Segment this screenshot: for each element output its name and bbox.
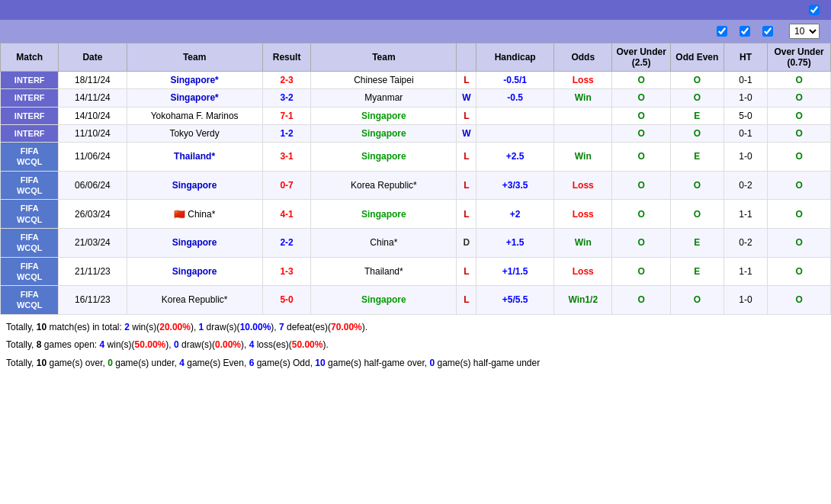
oddeven-cell: E — [670, 143, 724, 172]
ht-cell: 1-0 — [724, 89, 767, 107]
odds-cell: Loss — [554, 72, 612, 89]
table-row: FIFAWCQL11/06/24Thailand*3-1SingaporeL+2… — [1, 143, 831, 172]
ht-cell: 0-2 — [724, 171, 767, 200]
overunder25-cell: O — [612, 286, 670, 315]
team1-cell: Singapore* — [127, 72, 262, 89]
ht-cell: 1-1 — [724, 200, 767, 229]
table-row: INTERF14/11/24Singapore*3-2MyanmarW-0.5W… — [1, 89, 831, 107]
fifawcql-filter[interactable] — [740, 26, 753, 37]
handicap-cell: +3/3.5 — [476, 171, 554, 200]
match-type-cell: INTERF — [1, 107, 59, 124]
team2-cell: Singapore — [311, 200, 457, 229]
table-row: INTERF14/10/24Yokohama F. Marinos7-1Sing… — [1, 107, 831, 124]
team2-cell: China* — [311, 228, 457, 257]
header-overunder25: Over Under (2.5) — [612, 43, 670, 72]
team1-cell: Thailand* — [127, 143, 262, 172]
wl-cell: W — [457, 89, 476, 107]
overunder25-cell: O — [612, 89, 670, 107]
date-cell: 26/03/24 — [59, 200, 127, 229]
overunder25-cell: O — [612, 200, 670, 229]
oddeven-cell: O — [670, 200, 724, 229]
title-bar — [0, 0, 831, 20]
wl-cell: L — [457, 200, 476, 229]
team1-cell: Korea Republic* — [127, 286, 262, 315]
wl-cell: W — [457, 124, 476, 142]
date-cell: 11/10/24 — [59, 124, 127, 142]
table-row: FIFAWCQL16/11/23Korea Republic*5-0Singap… — [1, 286, 831, 315]
wl-cell: L — [457, 143, 476, 172]
team1-cell: Singapore — [127, 228, 262, 257]
handicap-cell — [476, 124, 554, 142]
ht-cell: 1-0 — [724, 143, 767, 172]
team2-cell: Singapore — [311, 124, 457, 142]
match-type-cell: FIFAWCQL — [1, 200, 59, 229]
wl-cell: L — [457, 286, 476, 315]
team1-cell: Singapore — [127, 171, 262, 200]
date-cell: 06/06/24 — [59, 171, 127, 200]
team1-cell: Yokohama F. Marinos — [127, 107, 262, 124]
display-notes-container — [809, 5, 823, 15]
ht-cell: 0-1 — [724, 72, 767, 89]
table-row: FIFAWCQL26/03/24🇨🇳 China*4-1SingaporeL+2… — [1, 200, 831, 229]
header-oddeven: Odd Even — [670, 43, 724, 72]
overunder075-cell: O — [768, 200, 831, 229]
last-games-select[interactable]: 5 10 15 20 — [789, 24, 820, 39]
table-row: INTERF11/10/24Tokyo Verdy1-2SingaporeWOO… — [1, 124, 831, 142]
oddeven-cell: E — [670, 107, 724, 124]
interf-filter[interactable] — [717, 26, 730, 37]
match-type-cell: FIFAWCQL — [1, 228, 59, 257]
odds-cell: Loss — [554, 257, 612, 286]
odds-cell: Loss — [554, 200, 612, 229]
table-row: INTERF18/11/24Singapore*2-3Chinese Taipe… — [1, 72, 831, 89]
team2-cell: Myanmar — [311, 89, 457, 107]
team2-cell: Singapore — [311, 107, 457, 124]
odds-cell — [554, 124, 612, 142]
affsc-filter[interactable] — [762, 26, 776, 37]
header-odds: Odds — [554, 43, 612, 72]
wl-cell: L — [457, 257, 476, 286]
ht-cell: 0-1 — [724, 124, 767, 142]
team2-cell: Korea Republic* — [311, 171, 457, 200]
summary-section: Totally, 10 match(es) in total: 2 win(s)… — [0, 315, 831, 378]
overunder25-cell: O — [612, 171, 670, 200]
display-notes-checkbox[interactable] — [809, 5, 820, 15]
handicap-cell — [476, 107, 554, 124]
filter-bar: 5 10 15 20 — [0, 20, 831, 43]
overunder25-cell: O — [612, 257, 670, 286]
team1-cell: Tokyo Verdy — [127, 124, 262, 142]
match-type-cell: INTERF — [1, 89, 59, 107]
summary-line-2: Totally, 8 games open: 4 win(s)(50.00%),… — [6, 337, 825, 354]
overunder25-cell: O — [612, 124, 670, 142]
ht-cell: 0-2 — [724, 228, 767, 257]
match-type-cell: INTERF — [1, 72, 59, 89]
fifawcql-checkbox[interactable] — [740, 26, 750, 37]
overunder075-cell: O — [768, 124, 831, 142]
wl-cell: L — [457, 107, 476, 124]
summary-line-3: Totally, 10 game(s) over, 0 game(s) unde… — [6, 355, 825, 372]
ht-cell: 1-1 — [724, 257, 767, 286]
date-cell: 21/03/24 — [59, 228, 127, 257]
oddeven-cell: O — [670, 171, 724, 200]
team1-cell: Singapore* — [127, 89, 262, 107]
header-row: Match Date Team Result Team Handicap Odd… — [1, 43, 831, 72]
match-type-cell: FIFAWCQL — [1, 286, 59, 315]
overunder075-cell: O — [768, 286, 831, 315]
header-overunder075: Over Under (0.75) — [768, 43, 831, 72]
odds-cell: Win1/2 — [554, 286, 612, 315]
summary-line-1: Totally, 10 match(es) in total: 2 win(s)… — [6, 319, 825, 336]
odds-cell: Win — [554, 228, 612, 257]
odds-cell — [554, 107, 612, 124]
result-cell: 3-1 — [262, 143, 311, 172]
result-cell: 7-1 — [262, 107, 311, 124]
affsc-checkbox[interactable] — [762, 26, 773, 37]
result-cell: 0-7 — [262, 171, 311, 200]
handicap-cell: +2 — [476, 200, 554, 229]
header-date: Date — [59, 43, 127, 72]
team2-cell: Thailand* — [311, 257, 457, 286]
wl-cell: D — [457, 228, 476, 257]
overunder075-cell: O — [768, 107, 831, 124]
header-match: Match — [1, 43, 59, 72]
header-ht: HT — [724, 43, 767, 72]
overunder075-cell: O — [768, 228, 831, 257]
interf-checkbox[interactable] — [717, 26, 727, 37]
